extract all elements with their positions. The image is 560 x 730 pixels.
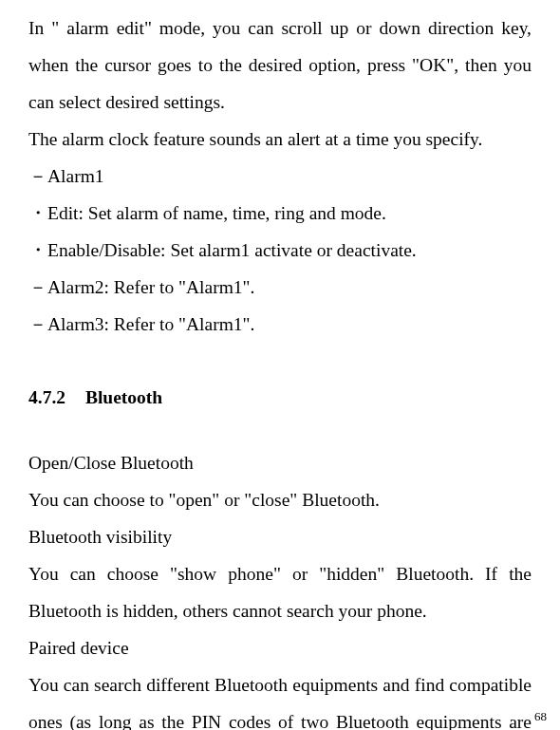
list-item: －Alarm3: Refer to "Alarm1".	[28, 306, 532, 343]
subheading: Paired device	[28, 629, 532, 666]
paragraph: In " alarm edit" mode, you can scroll up…	[28, 9, 532, 121]
body-text-block-1: In " alarm edit" mode, you can scroll up…	[28, 9, 532, 343]
list-item: ・Edit: Set alarm of name, time, ring and…	[28, 195, 532, 232]
paragraph: You can search different Bluetooth equip…	[28, 666, 532, 730]
page-number: 68	[534, 709, 547, 724]
subheading: Bluetooth visibility	[28, 518, 532, 555]
heading-number: 4.7.2	[28, 379, 65, 416]
subheading: Open/Close Bluetooth	[28, 444, 532, 481]
document-page: In " alarm edit" mode, you can scroll up…	[0, 0, 560, 730]
paragraph: You can choose "show phone" or "hidden" …	[28, 555, 532, 629]
list-item: －Alarm2: Refer to "Alarm1".	[28, 269, 532, 306]
paragraph: The alarm clock feature sounds an alert …	[28, 121, 532, 158]
list-item: ・Enable/Disable: Set alarm1 activate or …	[28, 232, 532, 269]
body-text-block-2: Open/Close Bluetooth You can choose to "…	[28, 444, 532, 730]
list-item: －Alarm1	[28, 158, 532, 195]
heading-title: Bluetooth	[85, 387, 162, 407]
section-heading: 4.7.2 Bluetooth	[28, 379, 532, 416]
paragraph: You can choose to "open" or "close" Blue…	[28, 481, 532, 518]
